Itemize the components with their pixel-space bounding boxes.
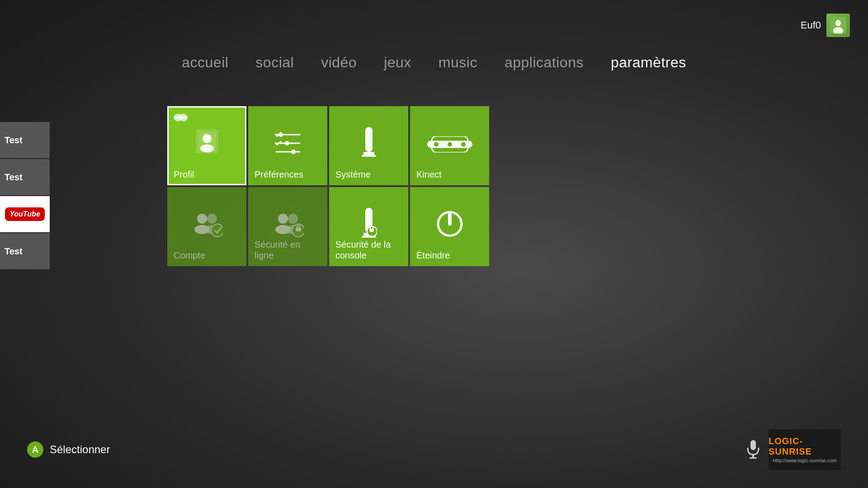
securite-ligne-icon (272, 211, 304, 238)
svg-rect-43 (750, 457, 757, 459)
youtube-logo: YouTube (0, 196, 50, 232)
youtube-icon: YouTube (5, 207, 45, 221)
svg-point-25 (207, 214, 217, 224)
power-icon (435, 209, 464, 238)
svg-rect-33 (296, 228, 301, 231)
tile-preferences-label: Préférences (255, 169, 303, 180)
tile-securite-console-label: Sécurité de la console (335, 239, 402, 261)
svg-point-20 (448, 142, 452, 146)
youtube-text: YouTube (9, 210, 40, 218)
tile-kinect[interactable]: Kinect (410, 106, 489, 185)
svg-point-11 (200, 144, 214, 152)
nav-bar: accueil social vidéo jeux music applicat… (0, 54, 868, 71)
svg-point-1 (835, 20, 841, 26)
system-icon (361, 127, 377, 159)
user-avatar (826, 14, 850, 37)
tile-preferences[interactable]: Préférences (248, 106, 327, 185)
svg-rect-17 (362, 155, 376, 157)
tile-systeme-label: Système (335, 169, 371, 180)
bottom-right: LOGIC-SUNRISE Http://www.logic-sunrise.c… (747, 429, 841, 470)
tile-systeme[interactable]: Système (329, 106, 408, 185)
tile-profil[interactable]: Profil (167, 106, 246, 185)
left-panel: Test Test YouTube Test (0, 122, 50, 270)
left-panel-item-test3[interactable]: Test (0, 233, 50, 269)
tile-profil-label: Profil (174, 169, 194, 180)
preferences-icon (274, 131, 302, 156)
svg-point-27 (211, 224, 223, 237)
svg-rect-38 (369, 229, 374, 232)
watermark: LOGIC-SUNRISE Http://www.logic-sunrise.c… (769, 429, 841, 470)
nav-item-social[interactable]: social (255, 54, 294, 71)
tile-securite-ligne-label: Sécurité en ligne (255, 239, 321, 261)
nav-item-music[interactable]: music (439, 54, 477, 71)
nav-item-applications[interactable]: applications (505, 54, 584, 71)
svg-point-23 (197, 214, 207, 224)
svg-point-19 (434, 142, 439, 146)
nav-item-accueil[interactable]: accueil (182, 54, 228, 71)
svg-rect-15 (365, 127, 373, 152)
controller-icon (174, 113, 188, 122)
compte-icon (191, 211, 223, 238)
tile-kinect-label: Kinect (416, 169, 442, 180)
left-panel-item-test1[interactable]: Test (0, 122, 50, 158)
profile-icon (194, 128, 220, 157)
mic-icon (747, 440, 760, 459)
tile-securite-console[interactable]: Sécurité de la console (329, 187, 408, 266)
username: Euf0 (801, 19, 821, 31)
a-button: A (27, 441, 43, 458)
nav-item-parametres[interactable]: paramètres (611, 54, 686, 71)
svg-point-13 (285, 141, 289, 145)
bottom-bar: A Sélectionner LOGIC-SUNRISE Http://www.… (0, 429, 868, 470)
svg-point-30 (288, 214, 298, 224)
user-area: Euf0 (801, 14, 850, 37)
tile-eteindre-label: Éteindre (416, 250, 450, 261)
kinect-icon (427, 136, 472, 152)
select-label: Sélectionner (50, 443, 110, 456)
tile-securite-ligne[interactable]: Sécurité en ligne (248, 187, 327, 266)
svg-point-28 (278, 214, 288, 224)
left-panel-item-youtube[interactable]: YouTube (0, 196, 50, 232)
svg-point-14 (291, 150, 296, 154)
tile-compte-label: Compte (174, 250, 205, 261)
tiles-grid: Profil Préférences (167, 106, 489, 266)
svg-point-21 (461, 142, 466, 146)
svg-point-10 (203, 134, 212, 143)
securite-console-icon (361, 208, 377, 239)
svg-rect-41 (750, 440, 756, 450)
nav-item-video[interactable]: vidéo (321, 54, 357, 71)
svg-rect-40 (448, 213, 452, 225)
tile-eteindre[interactable]: Éteindre (410, 187, 489, 266)
watermark-title: LOGIC-SUNRISE (769, 436, 841, 457)
nav-item-jeux[interactable]: jeux (384, 54, 411, 71)
tile-compte[interactable]: Compte (167, 187, 246, 266)
select-hint: A Sélectionner (27, 441, 110, 458)
watermark-url: Http://www.logic-sunrise.com (773, 458, 836, 463)
left-panel-item-test2[interactable]: Test (0, 159, 50, 195)
